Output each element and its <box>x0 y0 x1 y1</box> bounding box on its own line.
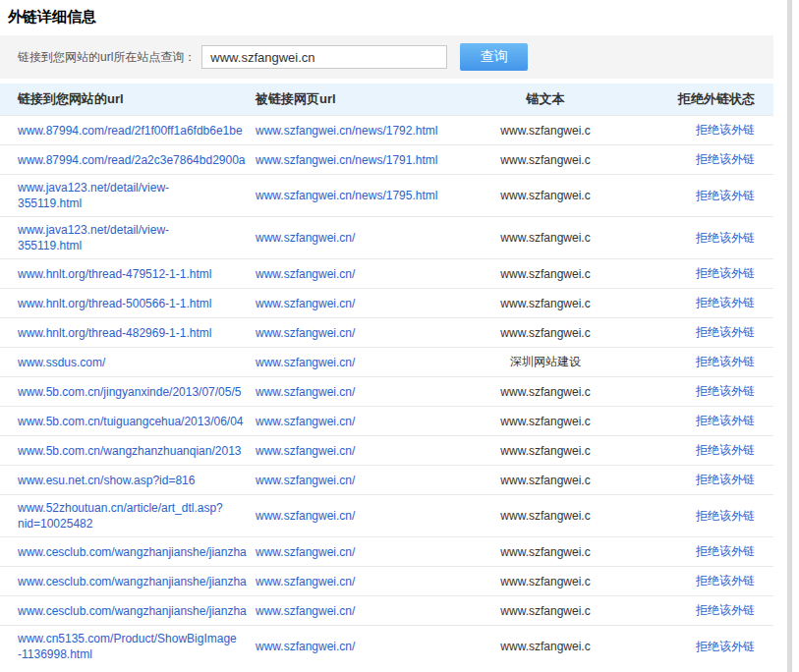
table-row: www.cesclub.com/wangzhanjianshe/jianzha … <box>0 595 773 625</box>
source-url-link[interactable]: www.java123.net/detail/view- 355119.html <box>18 180 246 211</box>
reject-link[interactable]: 拒绝该外链 <box>696 509 755 523</box>
reject-link[interactable]: 拒绝该外链 <box>696 152 755 166</box>
external-links-table: 链接到您网站的url 被链接网页url 锚文本 拒绝外链状态 www.87994… <box>0 84 773 667</box>
table-body: www.87994.com/read/2f1f00ff1a6fdb6e1be w… <box>0 115 773 667</box>
anchor-text: www.szfangwei.c <box>457 439 634 463</box>
target-url-link[interactable]: www.szfangwei.cn/ <box>256 297 355 310</box>
external-links-page: 外链详细信息 链接到您网站的url所在站点查询： 查询 链接到您网站的url 被… <box>0 0 799 672</box>
target-url-link[interactable]: www.szfangwei.cn/ <box>256 474 355 487</box>
target-url-link[interactable]: www.szfangwei.cn/ <box>256 415 355 428</box>
anchor-text: www.szfangwei.c <box>457 599 634 623</box>
site-query-input[interactable] <box>201 45 447 69</box>
table-row: www.esu.net.cn/show.asp?id=816 www.szfan… <box>0 465 773 494</box>
source-url-link[interactable]: www.cesclub.com/wangzhanjianshe/jianzha <box>18 574 246 589</box>
anchor-text: www.szfangwei.c <box>457 262 634 286</box>
header-anchor-text: 锚文本 <box>457 90 634 108</box>
vertical-scrollbar[interactable] <box>787 0 792 672</box>
target-url-link[interactable]: www.szfangwei.cn/ <box>256 385 355 399</box>
target-url-link[interactable]: www.szfangwei.cn/ <box>256 640 355 653</box>
source-url-link[interactable]: www.esu.net.cn/show.asp?id=816 <box>18 473 246 488</box>
anchor-text: www.szfangwei.c <box>457 292 634 315</box>
anchor-text: www.szfangwei.c <box>457 410 634 433</box>
source-url-link[interactable]: www.87994.com/read/2a2c3e7864bd2900a <box>18 152 246 168</box>
target-url-link[interactable]: www.szfangwei.cn/ <box>256 509 355 523</box>
reject-link[interactable]: 拒绝该外链 <box>696 603 755 617</box>
source-url-link[interactable]: www.5b.com.cn/jingyanxinde/2013/07/05/5 <box>18 384 246 400</box>
anchor-text: www.szfangwei.c <box>457 504 634 528</box>
anchor-text: www.szfangwei.c <box>457 380 634 404</box>
table-row: www.cesclub.com/wangzhanjianshe/jianzha … <box>0 566 773 595</box>
table-row: www.java123.net/detail/view- 355119.html… <box>0 174 773 216</box>
source-url-link[interactable]: www.5b.com.cn/tuiguangcehua/2013/06/04 <box>18 414 246 429</box>
anchor-text: www.szfangwei.c <box>457 540 634 564</box>
reject-link[interactable]: 拒绝该外链 <box>696 574 755 588</box>
reject-link[interactable]: 拒绝该外链 <box>696 443 755 457</box>
target-url-link[interactable]: www.szfangwei.cn/ <box>256 444 355 458</box>
header-source-url: 链接到您网站的url <box>18 90 256 108</box>
reject-link[interactable]: 拒绝该外链 <box>696 325 755 339</box>
target-url-link[interactable]: www.szfangwei.cn/ <box>256 231 355 245</box>
query-button[interactable]: 查询 <box>460 43 528 71</box>
reject-link[interactable]: 拒绝该外链 <box>696 296 755 309</box>
table-row: www.hnlt.org/thread-500566-1-1.html www.… <box>0 288 773 317</box>
table-row: www.87994.com/read/2a2c3e7864bd2900a www… <box>0 144 773 174</box>
reject-link[interactable]: 拒绝该外链 <box>696 473 755 486</box>
target-url-link[interactable]: www.szfangwei.cn/ <box>256 604 355 618</box>
table-row: www.cn5135.com/Product/ShowBigImage -113… <box>0 625 773 667</box>
anchor-text: 深圳网站建设 <box>457 349 634 375</box>
header-reject-status: 拒绝外链状态 <box>634 90 755 108</box>
table-row: www.hnlt.org/thread-479512-1-1.html www.… <box>0 258 773 288</box>
target-url-link[interactable]: www.szfangwei.cn/news/1795.html <box>256 189 437 202</box>
anchor-text: www.szfangwei.c <box>457 184 634 207</box>
target-url-link[interactable]: www.szfangwei.cn/ <box>256 575 355 588</box>
target-url-link[interactable]: www.szfangwei.cn/ <box>256 545 355 559</box>
anchor-text: www.szfangwei.c <box>457 469 634 492</box>
source-url-link[interactable]: www.hnlt.org/thread-500566-1-1.html <box>18 296 246 311</box>
source-url-link[interactable]: www.87994.com/read/2f1f00ff1a6fdb6e1be <box>18 123 246 139</box>
anchor-text: www.szfangwei.c <box>457 148 634 172</box>
source-url-link[interactable]: www.cesclub.com/wangzhanjianshe/jianzha <box>18 544 246 560</box>
table-row: www.5b.com.cn/tuiguangcehua/2013/06/04 w… <box>0 406 773 435</box>
table-row: www.ssdus.com/ www.szfangwei.cn/ 深圳网站建设 … <box>0 347 773 376</box>
reject-link[interactable]: 拒绝该外链 <box>696 544 755 558</box>
anchor-text: www.szfangwei.c <box>457 570 634 593</box>
target-url-link[interactable]: www.szfangwei.cn/ <box>256 267 355 281</box>
source-url-link[interactable]: www.cn5135.com/Product/ShowBigImage -113… <box>18 631 246 662</box>
site-query-bar: 链接到您网站的url所在站点查询： 查询 <box>0 35 773 79</box>
table-row: www.cesclub.com/wangzhanjianshe/jianzha … <box>0 536 773 566</box>
source-url-link[interactable]: www.cesclub.com/wangzhanjianshe/jianzha <box>18 603 246 619</box>
table-row: www.java123.net/detail/view- 355119.html… <box>0 216 773 258</box>
reject-link[interactable]: 拒绝该外链 <box>696 384 755 398</box>
site-query-label: 链接到您网站的url所在站点查询： <box>18 49 196 66</box>
anchor-text: www.szfangwei.c <box>457 119 634 142</box>
table-row: www.hnlt.org/thread-482969-1-1.html www.… <box>0 317 773 347</box>
table-row: www.52zhoutuan.cn/article/art_dtl.asp? n… <box>0 494 773 536</box>
anchor-text: www.szfangwei.c <box>457 226 634 250</box>
reject-link[interactable]: 拒绝该外链 <box>696 355 755 368</box>
table-row: www.5b.com.cn/wangzhanzhuanqian/2013 www… <box>0 435 773 465</box>
source-url-link[interactable]: www.52zhoutuan.cn/article/art_dtl.asp? n… <box>18 500 246 532</box>
source-url-link[interactable]: www.java123.net/detail/view- 355119.html <box>18 222 246 253</box>
reject-link[interactable]: 拒绝该外链 <box>696 640 755 653</box>
target-url-link[interactable]: www.szfangwei.cn/news/1792.html <box>256 124 437 138</box>
target-url-link[interactable]: www.szfangwei.cn/ <box>256 326 355 340</box>
source-url-link[interactable]: www.5b.com.cn/wangzhanzhuanqian/2013 <box>18 443 246 459</box>
reject-link[interactable]: 拒绝该外链 <box>696 414 755 427</box>
header-target-url: 被链接网页url <box>256 90 457 108</box>
table-row: www.87994.com/read/2f1f00ff1a6fdb6e1be w… <box>0 115 773 144</box>
anchor-text: www.szfangwei.c <box>457 321 634 345</box>
reject-link[interactable]: 拒绝该外链 <box>696 266 755 280</box>
anchor-text: www.szfangwei.c <box>457 635 634 658</box>
reject-link[interactable]: 拒绝该外链 <box>696 123 755 137</box>
source-url-link[interactable]: www.ssdus.com/ <box>18 355 246 370</box>
target-url-link[interactable]: www.szfangwei.cn/ <box>256 356 355 369</box>
target-url-link[interactable]: www.szfangwei.cn/news/1791.html <box>256 153 437 167</box>
page-title: 外链详细信息 <box>0 0 773 35</box>
table-header-row: 链接到您网站的url 被链接网页url 锚文本 拒绝外链状态 <box>0 84 773 115</box>
reject-link[interactable]: 拒绝该外链 <box>696 189 755 202</box>
source-url-link[interactable]: www.hnlt.org/thread-479512-1-1.html <box>18 266 246 282</box>
reject-link[interactable]: 拒绝该外链 <box>696 231 755 245</box>
table-row: www.5b.com.cn/jingyanxinde/2013/07/05/5 … <box>0 376 773 406</box>
source-url-link[interactable]: www.hnlt.org/thread-482969-1-1.html <box>18 325 246 341</box>
